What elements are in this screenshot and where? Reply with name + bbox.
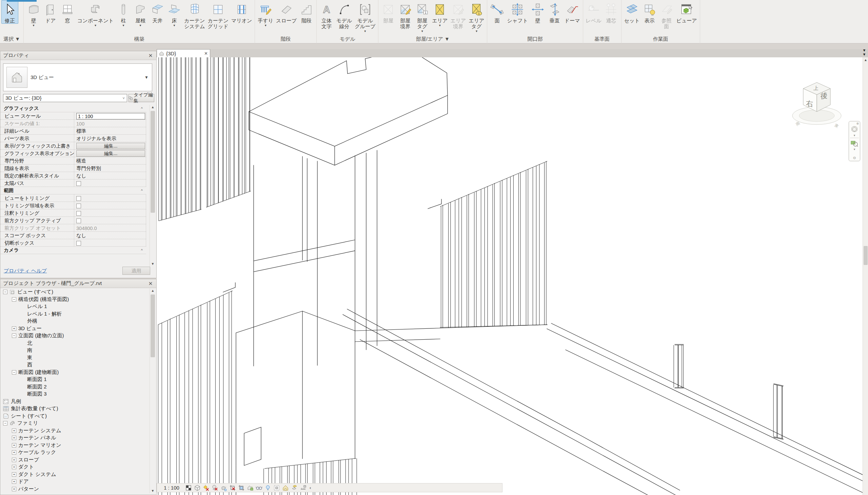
tree-item[interactable]: 北 bbox=[0, 340, 148, 347]
tree-item[interactable]: −立面図 (建物の立面) bbox=[0, 332, 148, 340]
ribbon-button[interactable]: 部屋境界 bbox=[397, 0, 414, 30]
property-value[interactable] bbox=[74, 180, 146, 187]
ribbon-button[interactable]: 面 bbox=[489, 0, 506, 24]
browser-scrollbar[interactable]: ▲ ▼ bbox=[149, 288, 155, 493]
tree-item[interactable]: +カーテン パネル bbox=[0, 434, 148, 442]
tab-list-chevron-icon[interactable]: ▼▼ bbox=[861, 48, 868, 57]
expand-toggle[interactable]: + bbox=[12, 487, 16, 491]
property-value[interactable] bbox=[74, 202, 146, 209]
temp-view-props-icon[interactable] bbox=[272, 484, 281, 492]
ribbon-button[interactable]: カーテンシステム bbox=[183, 0, 206, 30]
checkbox[interactable] bbox=[76, 204, 81, 208]
close-icon[interactable]: ✕ bbox=[147, 53, 154, 59]
property-value[interactable] bbox=[74, 209, 146, 217]
collapse-toggle[interactable]: − bbox=[12, 334, 16, 338]
property-value[interactable] bbox=[74, 239, 146, 246]
ribbon-button[interactable]: ドア bbox=[42, 0, 59, 24]
tree-item[interactable]: −ビュー (すべて) bbox=[0, 288, 148, 296]
tree-item[interactable]: 外構 bbox=[0, 318, 148, 325]
tree-item[interactable]: +ケーブル ラック bbox=[0, 449, 148, 456]
expand-toggle[interactable]: + bbox=[12, 472, 16, 477]
ribbon-button[interactable]: 1エリアタグ▾ bbox=[467, 0, 485, 33]
render-icon[interactable] bbox=[220, 484, 228, 492]
property-section-header[interactable]: カメラ^ bbox=[0, 247, 146, 254]
checkbox[interactable] bbox=[76, 196, 81, 201]
ribbon-button[interactable]: 表示 bbox=[641, 0, 658, 24]
type-selector[interactable]: 3D ビュー ▼ bbox=[3, 64, 152, 91]
analytical-model-icon[interactable] bbox=[281, 484, 289, 492]
ribbon-button[interactable]: モデル線分 bbox=[335, 0, 353, 30]
close-icon[interactable]: ⊗ bbox=[856, 122, 859, 125]
property-value[interactable]: 編集... bbox=[74, 150, 146, 157]
ribbon-button[interactable]: カーテングリッド bbox=[207, 0, 230, 30]
tree-item[interactable]: +3D ビュー bbox=[0, 325, 148, 332]
ribbon-button[interactable]: 天井 bbox=[149, 0, 166, 24]
edit-type-button[interactable]: タイプ編集 bbox=[128, 94, 154, 102]
tree-item[interactable]: 凡例 bbox=[0, 398, 148, 406]
ribbon-button[interactable]: 修正 bbox=[1, 0, 18, 24]
steering-wheel-icon[interactable] bbox=[850, 125, 859, 134]
collapse-section-icon[interactable]: ^ bbox=[141, 248, 143, 252]
tree-item[interactable]: +カーテン システム bbox=[0, 427, 148, 434]
ribbon-button[interactable]: エリア▾ bbox=[431, 0, 449, 27]
property-value[interactable]: 専門分野別 bbox=[74, 165, 146, 172]
property-value[interactable]: オリジナルを表示 bbox=[74, 135, 146, 142]
property-value[interactable]: 標準 bbox=[74, 127, 146, 134]
ribbon-group-label[interactable]: 選択 ▼ bbox=[1, 35, 22, 44]
property-value[interactable]: 1 : 100 bbox=[74, 112, 146, 119]
close-icon[interactable]: ✕ bbox=[204, 51, 208, 56]
expand-toggle[interactable]: + bbox=[12, 428, 16, 433]
tree-item[interactable]: −断面図 (建物断面) bbox=[0, 369, 148, 376]
ribbon-button[interactable]: 柱▾ bbox=[115, 0, 132, 27]
navigation-bar[interactable]: ⊗ ▾ ▾ ⊖ bbox=[849, 121, 860, 161]
property-value[interactable] bbox=[74, 194, 146, 202]
tree-item[interactable]: +ダクト システム bbox=[0, 471, 148, 478]
tree-item[interactable]: レベル 1 - 解析 bbox=[0, 310, 148, 318]
tree-item[interactable]: 断面図 1 bbox=[0, 376, 148, 383]
ribbon-button[interactable]: マリオン bbox=[230, 0, 253, 24]
ribbon-button[interactable]: A立体文字 bbox=[318, 0, 335, 30]
property-input[interactable]: 1 : 100 bbox=[76, 113, 145, 119]
apply-button[interactable]: 適用 bbox=[122, 267, 150, 275]
expand-toggle[interactable]: + bbox=[12, 443, 16, 447]
expand-toggle[interactable]: + bbox=[12, 436, 16, 440]
tree-item[interactable]: +ダクト bbox=[0, 463, 148, 471]
tree-item[interactable]: +ドア bbox=[0, 478, 148, 485]
instance-selector[interactable]: 3D ビュー: {3D} ˅ bbox=[3, 94, 127, 102]
visual-style-icon[interactable] bbox=[193, 484, 201, 492]
tree-item[interactable]: シート (すべて) bbox=[0, 412, 148, 420]
property-section-header[interactable]: グラフィックス^ bbox=[0, 105, 146, 112]
tree-item[interactable]: レベル 1 bbox=[0, 303, 148, 310]
tree-item[interactable]: +スロープ bbox=[0, 456, 148, 464]
property-value[interactable]: 100 bbox=[74, 120, 146, 127]
collapse-section-icon[interactable]: ^ bbox=[141, 106, 143, 110]
checkbox[interactable] bbox=[76, 181, 81, 186]
property-value[interactable]: 構造 bbox=[74, 157, 146, 164]
property-value[interactable]: なし bbox=[74, 172, 146, 179]
hide-isolate-icon[interactable] bbox=[255, 484, 263, 492]
property-section-header[interactable]: 範囲^ bbox=[0, 187, 146, 194]
checkbox[interactable] bbox=[76, 241, 81, 246]
chevron-down-icon[interactable]: ▾ bbox=[854, 134, 855, 137]
crop-off-icon[interactable] bbox=[229, 484, 237, 492]
ribbon-button[interactable]: 垂直 bbox=[546, 0, 563, 24]
tree-item[interactable]: 断面図 3 bbox=[0, 391, 148, 398]
collapse-toggle[interactable]: − bbox=[12, 297, 16, 302]
tree-item[interactable]: 南 bbox=[0, 347, 148, 354]
ribbon-button[interactable]: ビューア bbox=[675, 0, 698, 24]
ribbon-group-label[interactable]: 部屋/エリア ▼ bbox=[380, 35, 485, 44]
chevron-down-icon[interactable]: ▼ bbox=[144, 75, 148, 80]
property-value[interactable]: 編集... bbox=[74, 142, 146, 149]
tree-item[interactable]: 西 bbox=[0, 361, 148, 369]
locked-3d-icon[interactable] bbox=[246, 484, 254, 492]
ribbon-button[interactable]: コンポーネント▾ bbox=[76, 0, 115, 27]
tree-item[interactable]: 集計表/数量 (すべて) bbox=[0, 405, 148, 412]
expand-toggle[interactable]: + bbox=[12, 479, 16, 484]
expand-toggle[interactable]: + bbox=[12, 458, 16, 462]
view-cube[interactable]: 上 右 後 南 東 bbox=[791, 76, 842, 131]
collapse-toggle[interactable]: − bbox=[3, 290, 7, 294]
constraints-icon[interactable] bbox=[299, 484, 307, 492]
tree-item[interactable]: 東 bbox=[0, 354, 148, 362]
property-value[interactable]: なし bbox=[74, 232, 146, 239]
detail-level-icon[interactable] bbox=[184, 484, 193, 492]
